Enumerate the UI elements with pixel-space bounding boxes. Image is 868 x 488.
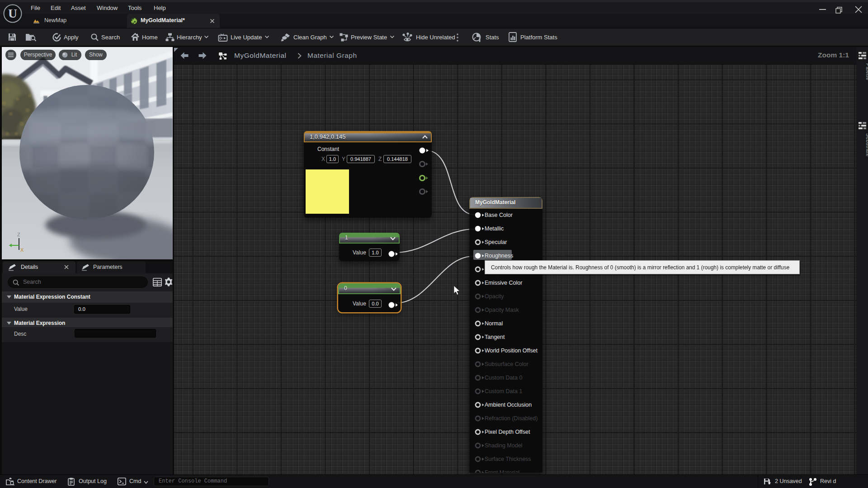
svg-text:X: X bbox=[20, 247, 24, 253]
svg-text:Z: Z bbox=[17, 232, 20, 237]
svg-text:U: U bbox=[8, 6, 17, 20]
